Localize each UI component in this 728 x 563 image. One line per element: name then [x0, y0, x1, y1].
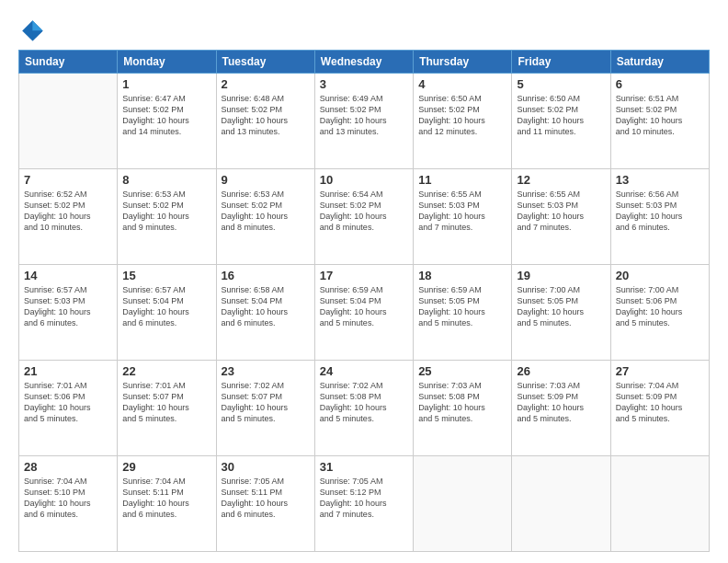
day-number: 21	[24, 364, 112, 378]
calendar-cell: 9Sunrise: 6:53 AM Sunset: 5:02 PM Daylig…	[216, 169, 314, 265]
calendar-cell: 26Sunrise: 7:03 AM Sunset: 5:09 PM Dayli…	[512, 361, 610, 456]
page: SundayMondayTuesdayWednesdayThursdayFrid…	[0, 0, 728, 563]
day-number: 1	[122, 77, 210, 91]
cell-info: Sunrise: 6:53 AM Sunset: 5:02 PM Dayligh…	[122, 189, 210, 234]
weekday-header-sunday: Sunday	[19, 51, 118, 74]
calendar-cell: 22Sunrise: 7:01 AM Sunset: 5:07 PM Dayli…	[118, 361, 216, 456]
weekday-header-monday: Monday	[118, 51, 216, 74]
cell-info: Sunrise: 6:55 AM Sunset: 5:03 PM Dayligh…	[517, 189, 605, 234]
svg-marker-1	[32, 20, 42, 30]
cell-info: Sunrise: 6:59 AM Sunset: 5:04 PM Dayligh…	[320, 284, 408, 329]
day-number: 24	[320, 364, 408, 378]
cell-info: Sunrise: 6:50 AM Sunset: 5:02 PM Dayligh…	[517, 93, 605, 138]
logo	[18, 17, 48, 42]
calendar-week-row: 7Sunrise: 6:52 AM Sunset: 5:02 PM Daylig…	[19, 169, 710, 265]
day-number: 3	[320, 77, 408, 91]
day-number: 31	[320, 460, 408, 474]
cell-info: Sunrise: 7:04 AM Sunset: 5:09 PM Dayligh…	[616, 380, 704, 425]
cell-info: Sunrise: 6:59 AM Sunset: 5:05 PM Dayligh…	[418, 284, 506, 329]
cell-info: Sunrise: 7:05 AM Sunset: 5:12 PM Dayligh…	[320, 476, 408, 521]
calendar-cell: 13Sunrise: 6:56 AM Sunset: 5:03 PM Dayli…	[610, 169, 709, 265]
day-number: 8	[122, 173, 210, 187]
cell-info: Sunrise: 7:05 AM Sunset: 5:11 PM Dayligh…	[222, 476, 310, 521]
calendar-cell	[610, 456, 709, 552]
calendar-cell: 3Sunrise: 6:49 AM Sunset: 5:02 PM Daylig…	[314, 74, 413, 169]
cell-info: Sunrise: 7:02 AM Sunset: 5:08 PM Dayligh…	[320, 380, 408, 425]
cell-info: Sunrise: 7:04 AM Sunset: 5:10 PM Dayligh…	[24, 476, 112, 521]
calendar-cell: 2Sunrise: 6:48 AM Sunset: 5:02 PM Daylig…	[216, 74, 314, 169]
weekday-header-wednesday: Wednesday	[314, 51, 413, 74]
calendar-cell: 6Sunrise: 6:51 AM Sunset: 5:02 PM Daylig…	[610, 74, 709, 169]
day-number: 11	[418, 173, 506, 187]
day-number: 22	[122, 364, 210, 378]
calendar-cell: 20Sunrise: 7:00 AM Sunset: 5:06 PM Dayli…	[610, 265, 709, 361]
cell-info: Sunrise: 7:01 AM Sunset: 5:07 PM Dayligh…	[122, 380, 210, 425]
calendar-cell: 30Sunrise: 7:05 AM Sunset: 5:11 PM Dayli…	[216, 456, 314, 552]
calendar-week-row: 1Sunrise: 6:47 AM Sunset: 5:02 PM Daylig…	[19, 74, 710, 169]
cell-info: Sunrise: 6:47 AM Sunset: 5:02 PM Dayligh…	[122, 93, 210, 138]
cell-info: Sunrise: 6:49 AM Sunset: 5:02 PM Dayligh…	[320, 93, 408, 138]
calendar-cell: 15Sunrise: 6:57 AM Sunset: 5:04 PM Dayli…	[118, 265, 216, 361]
calendar-cell	[414, 456, 512, 552]
calendar-cell	[19, 74, 118, 169]
day-number: 25	[418, 364, 506, 378]
calendar-cell: 25Sunrise: 7:03 AM Sunset: 5:08 PM Dayli…	[414, 361, 512, 456]
weekday-header-tuesday: Tuesday	[216, 51, 314, 74]
cell-info: Sunrise: 7:04 AM Sunset: 5:11 PM Dayligh…	[122, 476, 210, 521]
cell-info: Sunrise: 6:51 AM Sunset: 5:02 PM Dayligh…	[616, 93, 704, 138]
weekday-header-saturday: Saturday	[610, 51, 709, 74]
calendar-cell: 14Sunrise: 6:57 AM Sunset: 5:03 PM Dayli…	[19, 265, 118, 361]
header	[18, 17, 710, 42]
cell-info: Sunrise: 7:03 AM Sunset: 5:09 PM Dayligh…	[517, 380, 605, 425]
day-number: 2	[222, 77, 310, 91]
weekday-header-friday: Friday	[512, 51, 610, 74]
day-number: 12	[517, 173, 605, 187]
calendar-cell: 16Sunrise: 6:58 AM Sunset: 5:04 PM Dayli…	[216, 265, 314, 361]
day-number: 15	[122, 269, 210, 282]
day-number: 20	[616, 269, 704, 282]
cell-info: Sunrise: 7:01 AM Sunset: 5:06 PM Dayligh…	[24, 380, 112, 425]
calendar-cell: 24Sunrise: 7:02 AM Sunset: 5:08 PM Dayli…	[314, 361, 413, 456]
day-number: 14	[24, 269, 112, 282]
cell-info: Sunrise: 7:00 AM Sunset: 5:06 PM Dayligh…	[616, 284, 704, 329]
day-number: 23	[222, 364, 310, 378]
day-number: 10	[320, 173, 408, 187]
day-number: 7	[24, 173, 112, 187]
cell-info: Sunrise: 6:50 AM Sunset: 5:02 PM Dayligh…	[418, 93, 506, 138]
day-number: 5	[517, 77, 605, 91]
day-number: 19	[517, 269, 605, 282]
day-number: 17	[320, 269, 408, 282]
calendar-cell: 12Sunrise: 6:55 AM Sunset: 5:03 PM Dayli…	[512, 169, 610, 265]
calendar-cell: 18Sunrise: 6:59 AM Sunset: 5:05 PM Dayli…	[414, 265, 512, 361]
calendar-table: SundayMondayTuesdayWednesdayThursdayFrid…	[18, 50, 710, 552]
cell-info: Sunrise: 6:58 AM Sunset: 5:04 PM Dayligh…	[222, 284, 310, 329]
calendar-cell: 31Sunrise: 7:05 AM Sunset: 5:12 PM Dayli…	[314, 456, 413, 552]
calendar-cell: 27Sunrise: 7:04 AM Sunset: 5:09 PM Dayli…	[610, 361, 709, 456]
day-number: 16	[222, 269, 310, 282]
day-number: 4	[418, 77, 506, 91]
calendar-week-row: 21Sunrise: 7:01 AM Sunset: 5:06 PM Dayli…	[19, 361, 710, 456]
logo-icon	[18, 17, 44, 42]
cell-info: Sunrise: 6:56 AM Sunset: 5:03 PM Dayligh…	[616, 189, 704, 234]
svg-marker-2	[32, 30, 42, 40]
day-number: 18	[418, 269, 506, 282]
day-number: 9	[222, 173, 310, 187]
day-number: 30	[222, 460, 310, 474]
weekday-header-thursday: Thursday	[414, 51, 512, 74]
cell-info: Sunrise: 6:55 AM Sunset: 5:03 PM Dayligh…	[418, 189, 506, 234]
calendar-cell: 21Sunrise: 7:01 AM Sunset: 5:06 PM Dayli…	[19, 361, 118, 456]
cell-info: Sunrise: 7:00 AM Sunset: 5:05 PM Dayligh…	[517, 284, 605, 329]
day-number: 29	[122, 460, 210, 474]
calendar-cell: 17Sunrise: 6:59 AM Sunset: 5:04 PM Dayli…	[314, 265, 413, 361]
day-number: 6	[616, 77, 704, 91]
cell-info: Sunrise: 6:57 AM Sunset: 5:03 PM Dayligh…	[24, 284, 112, 329]
day-number: 28	[24, 460, 112, 474]
cell-info: Sunrise: 6:48 AM Sunset: 5:02 PM Dayligh…	[222, 93, 310, 138]
calendar-cell: 11Sunrise: 6:55 AM Sunset: 5:03 PM Dayli…	[414, 169, 512, 265]
cell-info: Sunrise: 6:57 AM Sunset: 5:04 PM Dayligh…	[122, 284, 210, 329]
cell-info: Sunrise: 6:53 AM Sunset: 5:02 PM Dayligh…	[222, 189, 310, 234]
calendar-week-row: 14Sunrise: 6:57 AM Sunset: 5:03 PM Dayli…	[19, 265, 710, 361]
calendar-cell: 4Sunrise: 6:50 AM Sunset: 5:02 PM Daylig…	[414, 74, 512, 169]
cell-info: Sunrise: 6:52 AM Sunset: 5:02 PM Dayligh…	[24, 189, 112, 234]
cell-info: Sunrise: 7:02 AM Sunset: 5:07 PM Dayligh…	[222, 380, 310, 425]
